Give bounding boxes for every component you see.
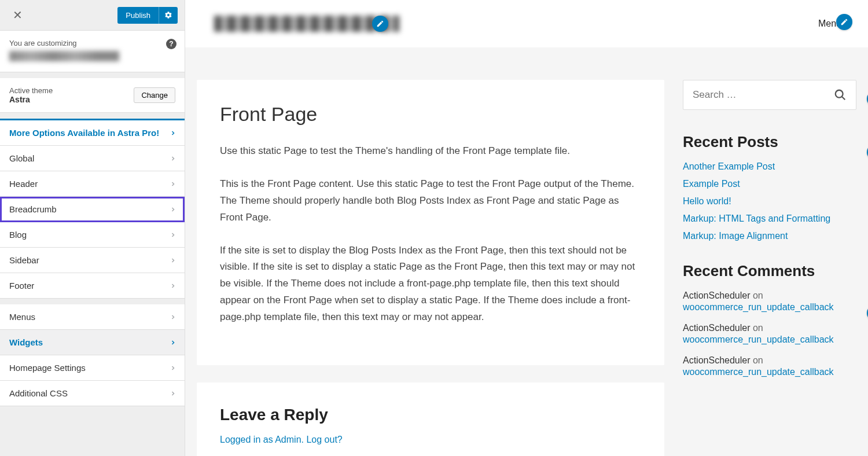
- chevron-right-icon: [170, 390, 176, 397]
- customizing-label: You are customizing: [9, 39, 175, 47]
- chevron-right-icon: [170, 282, 176, 289]
- section-label: Blog: [9, 230, 27, 240]
- chevron-right-icon: [170, 181, 176, 187]
- page-paragraph: If the site is set to display the Blog P…: [220, 242, 641, 326]
- section-label: Homepage Settings: [9, 363, 86, 373]
- list-item: Markup: HTML Tags and Formatting: [683, 214, 856, 224]
- section-label: Menus: [9, 312, 35, 322]
- page-title: Front Page: [220, 103, 641, 126]
- edit-shortcut-menu[interactable]: [836, 14, 852, 30]
- close-icon[interactable]: ✕: [7, 6, 28, 24]
- section-label: More Options Available in Astra Pro!: [9, 128, 159, 138]
- section-label: Additional CSS: [9, 388, 68, 398]
- section-footer[interactable]: Footer: [0, 273, 185, 299]
- reply-status: Logged in as Admin. Log out?: [220, 435, 641, 445]
- list-item: Markup: Image Alignment: [683, 231, 856, 241]
- list-item: ActionScheduler on woocommerce_run_updat…: [683, 290, 856, 312]
- section-label: Breadcrumb: [9, 204, 57, 214]
- section-header[interactable]: Header: [0, 171, 185, 197]
- active-theme-box: Active theme Astra Change: [0, 78, 185, 113]
- active-theme-name: Astra: [9, 95, 53, 104]
- gear-icon: [164, 11, 172, 19]
- comment-author: ActionScheduler: [683, 290, 751, 300]
- comment-on-text: on: [753, 290, 763, 300]
- customizer-sections: More Options Available in Astra Pro! Glo…: [0, 119, 185, 406]
- section-astra-pro[interactable]: More Options Available in Astra Pro!: [0, 120, 185, 146]
- reply-heading: Leave a Reply: [220, 406, 641, 424]
- site-title-blurred: [214, 16, 399, 32]
- chevron-right-icon: [170, 130, 176, 137]
- logout-link[interactable]: Log out?: [306, 435, 342, 444]
- recent-posts-list: Another Example Post Example Post Hello …: [683, 161, 856, 241]
- section-blog[interactable]: Blog: [0, 222, 185, 248]
- list-item: Example Post: [683, 179, 856, 189]
- page-paragraph: Use this static Page to test the Theme's…: [220, 143, 641, 160]
- site-header: Menu: [185, 0, 868, 47]
- chevron-right-icon: [170, 257, 176, 264]
- search-widget: [683, 80, 856, 110]
- svg-line-1: [842, 97, 845, 100]
- publish-button[interactable]: Publish: [117, 7, 159, 24]
- section-label: Header: [9, 179, 38, 189]
- section-additional-css[interactable]: Additional CSS: [0, 381, 185, 406]
- section-label: Widgets: [9, 337, 43, 347]
- section-menus[interactable]: Menus: [0, 304, 185, 330]
- search-input[interactable]: [693, 89, 834, 101]
- recent-comments-heading: Recent Comments: [683, 262, 856, 280]
- section-gap: [0, 299, 185, 304]
- customizing-info: You are customizing ?: [0, 31, 185, 72]
- chevron-right-icon: [170, 206, 176, 213]
- chevron-right-icon: [170, 155, 176, 162]
- post-link[interactable]: Markup: Image Alignment: [683, 231, 788, 241]
- post-link[interactable]: Another Example Post: [683, 161, 775, 171]
- publish-settings-button[interactable]: [159, 7, 178, 24]
- comment-author: ActionScheduler: [683, 323, 751, 333]
- sidebar-topbar: ✕ Publish: [0, 0, 185, 31]
- post-link[interactable]: Markup: HTML Tags and Formatting: [683, 214, 830, 223]
- pencil-icon: [376, 20, 384, 28]
- active-theme-label: Active theme: [9, 86, 53, 95]
- page-content-card: Front Page Use this static Page to test …: [197, 80, 664, 365]
- section-global[interactable]: Global: [0, 146, 185, 171]
- section-homepage-settings[interactable]: Homepage Settings: [0, 355, 185, 381]
- list-item: Hello world!: [683, 196, 856, 207]
- chevron-right-icon: [170, 231, 176, 238]
- customizer-sidebar: ✕ Publish You are customizing ? Active t…: [0, 0, 185, 456]
- list-item: ActionScheduler on woocommerce_run_updat…: [683, 355, 856, 377]
- chevron-right-icon: [170, 339, 176, 346]
- site-name-blurred: [9, 51, 119, 61]
- comment-on-text: on: [753, 355, 763, 365]
- comment-on-text: on: [753, 323, 763, 333]
- svg-point-0: [836, 90, 843, 98]
- comment-target-link[interactable]: woocommerce_run_update_callback: [683, 334, 856, 345]
- comment-author: ActionScheduler: [683, 355, 751, 365]
- preview-pane: Menu Front Page Use this static Page to …: [185, 0, 868, 456]
- logged-in-link[interactable]: Logged in as Admin: [220, 435, 301, 444]
- leave-reply-card: Leave a Reply Logged in as Admin. Log ou…: [197, 383, 664, 456]
- edit-shortcut-logo[interactable]: [372, 16, 388, 32]
- section-widgets[interactable]: Widgets: [0, 330, 185, 355]
- search-icon[interactable]: [834, 89, 847, 101]
- comment-target-link[interactable]: woocommerce_run_update_callback: [683, 302, 856, 312]
- section-breadcrumb[interactable]: Breadcrumb: [0, 197, 185, 222]
- comment-target-link[interactable]: woocommerce_run_update_callback: [683, 367, 856, 377]
- section-sidebar[interactable]: Sidebar: [0, 248, 185, 273]
- section-label: Sidebar: [9, 255, 39, 265]
- recent-posts-heading: Recent Posts: [683, 133, 856, 151]
- section-label: Footer: [9, 281, 34, 290]
- pencil-icon: [840, 18, 848, 26]
- help-icon[interactable]: ?: [166, 39, 176, 49]
- section-label: Global: [9, 153, 34, 163]
- change-theme-button[interactable]: Change: [134, 87, 175, 103]
- post-link[interactable]: Hello world!: [683, 196, 731, 206]
- list-item: Another Example Post: [683, 161, 856, 172]
- post-link[interactable]: Example Post: [683, 179, 740, 189]
- page-paragraph: This is the Front Page content. Use this…: [220, 176, 641, 226]
- recent-comments-list: ActionScheduler on woocommerce_run_updat…: [683, 290, 856, 377]
- chevron-right-icon: [170, 365, 176, 372]
- chevron-right-icon: [170, 314, 176, 321]
- list-item: ActionScheduler on woocommerce_run_updat…: [683, 323, 856, 345]
